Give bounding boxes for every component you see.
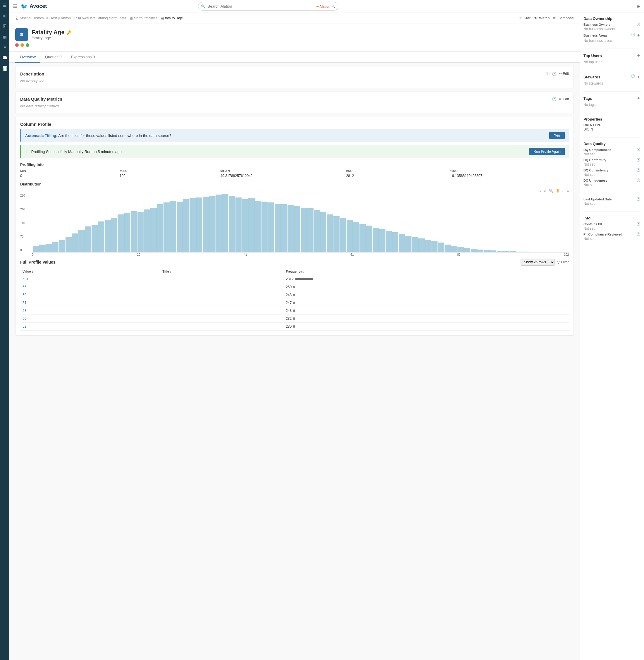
profile-table: Value ↕ Title ↕ Frequency ↓ null 2812 (20, 268, 569, 331)
column-icon: ≡ (20, 31, 23, 38)
top-users-add-button[interactable]: ＋ (637, 53, 641, 58)
cell-value-3[interactable]: 51 (20, 299, 160, 307)
business-areas-add-button[interactable]: ＋ (637, 33, 641, 38)
cell-value-4[interactable]: 53 (20, 307, 160, 315)
dq-clock-2[interactable]: 🕐 (637, 168, 641, 172)
bar-2 (46, 244, 52, 252)
tab-queries[interactable]: Queries 0 (40, 52, 66, 63)
chart-menu-icon[interactable]: ≡ (567, 189, 569, 193)
bar-9 (92, 225, 98, 252)
col-frequency-header[interactable]: Frequency ↓ (283, 268, 569, 275)
compose-button[interactable]: ✏ Compose (553, 16, 574, 20)
bar-53 (379, 229, 385, 252)
chart-zoom-icon[interactable]: ⊕ (544, 189, 547, 193)
data-type-label: DATA TYPE (583, 123, 641, 127)
null-pct-value: 16.13588110403397 (450, 174, 569, 178)
tags-add-button[interactable]: ＋ (637, 96, 641, 101)
chart-toolbar: ⊙ ⊕ 🔍 ✋ ⌂ ≡ (20, 189, 569, 193)
sidebar-chat[interactable]: 💬 (2, 55, 7, 61)
star-button[interactable]: ☆ Star (519, 16, 531, 20)
max-label: MAX (120, 169, 213, 173)
min-label: MIN (20, 169, 113, 173)
dq-clock-1[interactable]: 🕐 (637, 158, 641, 162)
business-owners-clock-icon[interactable]: 🕐 (637, 23, 641, 26)
show-rows-select[interactable]: Show 25 rows Show 50 rows Show 100 rows (521, 258, 555, 266)
hamburger-menu[interactable]: ☰ (13, 3, 17, 9)
filter-button[interactable]: ▽ Filter (557, 260, 569, 264)
business-areas-clock-icon[interactable]: 🕐 (631, 33, 635, 38)
breadcrumb-item-current: ▤ fatality_age (161, 16, 183, 20)
page-title: Fatality Age 🔑 (31, 29, 71, 36)
description-info-icon[interactable]: ⓘ (546, 71, 550, 76)
watch-button[interactable]: 👁 Watch (534, 16, 550, 20)
app-name: Avocet (29, 3, 47, 9)
cell-title-5 (160, 315, 283, 323)
search-bar: 🔍 ∿ Alation 🔍 (198, 2, 338, 10)
dq-metrics-empty-text: No data quality metrics (20, 104, 569, 108)
null-count-value: 2812 (346, 174, 443, 178)
pii-compliance-clock-icon[interactable]: 🕐 (637, 232, 641, 236)
stewards-title: Stewards 🕐 ＋ (583, 74, 641, 79)
dq-metrics-title: Data Quality Metrics (20, 96, 62, 101)
cell-value-1[interactable]: 55 (20, 283, 160, 291)
sidebar-table[interactable]: ▦ (2, 34, 7, 40)
breadcrumb-item-2[interactable]: ▦ storm_fatalities (130, 16, 157, 20)
bar-39 (288, 205, 294, 252)
last-updated-clock-icon[interactable]: 🕐 (637, 197, 641, 201)
data-type-value: BIGINT (583, 127, 641, 131)
profiling-success-text: ✓ Profiling Successfully Manually Run on… (25, 150, 122, 154)
col-value-header[interactable]: Value ↕ (20, 268, 160, 275)
stewards-clock-icon[interactable]: 🕐 (631, 74, 635, 79)
tab-overview[interactable]: Overview (15, 52, 40, 63)
chart-zoom-reset-icon[interactable]: ⊙ (538, 189, 542, 193)
sidebar-query[interactable]: ≡ (2, 44, 7, 50)
dq-clock-0[interactable]: 🕐 (637, 148, 641, 152)
chart-search-icon[interactable]: 🔍 (549, 189, 553, 193)
properties-section: Properties DATA TYPE BIGINT (583, 117, 641, 137)
sidebar-chart[interactable]: 📊 (2, 66, 7, 71)
grid-icon[interactable]: ⊞ (637, 4, 641, 9)
bar-7 (78, 230, 85, 252)
sidebar-hamburger[interactable]: ☰ (2, 2, 7, 8)
auto-titling-alert: Automatic Titling: Are the titles for th… (20, 129, 569, 142)
bar-72 (503, 251, 509, 252)
bar-62 (438, 243, 444, 252)
breadcrumb-item-1[interactable]: ⊞ AwsDataCatalog.storm_data (78, 16, 127, 20)
star-icon: ☆ (519, 16, 522, 20)
chart-home-icon[interactable]: ⌂ (562, 189, 565, 193)
breadcrumb-actions: ☆ Star 👁 Watch ✏ Compose (519, 16, 574, 20)
cell-value-5[interactable]: 60 (20, 315, 160, 323)
sidebar-db[interactable]: 🗄 (2, 23, 7, 29)
sidebar-home[interactable]: ⊞ (2, 13, 7, 19)
chart-area: 280 210 140 70 0 0 20 41 (20, 194, 569, 256)
bar-71 (497, 251, 503, 252)
breadcrumb-item-0[interactable]: 🗄 Athena Custom DB Test [Clayton...] (15, 16, 74, 20)
run-profile-again-button[interactable]: Run Profile Again (529, 148, 565, 155)
stewards-section: Stewards 🕐 ＋ No stewards (583, 74, 641, 92)
stewards-add-button[interactable]: ＋ (637, 74, 641, 79)
distribution-title: Distribution (20, 182, 569, 186)
contains-pii-clock-icon[interactable]: 🕐 (637, 222, 641, 226)
dq-clock-3[interactable]: 🕐 (637, 179, 641, 182)
bar-19 (157, 204, 163, 252)
description-history-icon[interactable]: 🕐 (552, 72, 556, 76)
dq-metrics-history-icon[interactable]: 🕐 (552, 97, 556, 101)
dot-2 (26, 43, 29, 47)
cell-value-2[interactable]: 50 (20, 291, 160, 299)
bar-66 (464, 248, 470, 252)
bar-74 (516, 252, 522, 252)
bar-24 (189, 198, 196, 252)
yes-button[interactable]: Yes (549, 132, 565, 139)
bar-16 (137, 212, 144, 252)
col-title-header[interactable]: Title ↕ (160, 268, 283, 275)
bar-28 (216, 195, 222, 252)
mean-label: MEAN (220, 169, 339, 173)
chart-pan-icon[interactable]: ✋ (556, 189, 560, 193)
description-edit-button[interactable]: ✏ Edit (559, 72, 569, 76)
tab-expressions[interactable]: Expressions 0 (66, 52, 100, 63)
bar-12 (111, 218, 117, 252)
dq-metrics-edit-button[interactable]: ✏ Edit (559, 97, 569, 101)
cell-value-0[interactable]: null (20, 275, 160, 283)
cell-value-6[interactable]: 52 (20, 323, 160, 331)
bar-40 (294, 206, 300, 252)
